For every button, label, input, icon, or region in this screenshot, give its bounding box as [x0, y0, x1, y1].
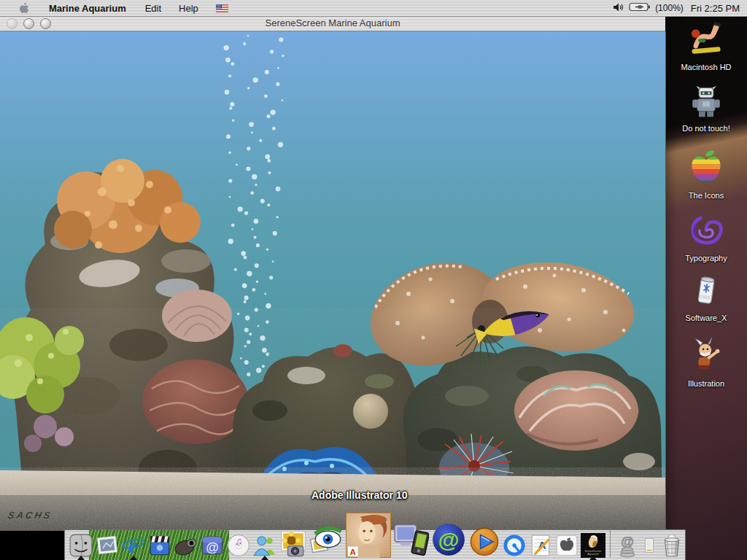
menu-app-name[interactable]: Marine Aquarium: [39, 0, 136, 16]
desktop-icon-label: Illustration: [665, 379, 747, 388]
svg-text:e: e: [128, 534, 138, 557]
desktop-icon-label: Macintosh HD: [665, 63, 747, 71]
svg-text:@: @: [621, 534, 634, 549]
svg-text:@: @: [206, 540, 219, 555]
running-indicator: [130, 556, 137, 560]
menu-clock[interactable]: Fri 2:25 PM: [688, 3, 740, 14]
desktop-icon-label: Software_X: [665, 314, 747, 322]
dock-item-mail[interactable]: [95, 533, 120, 558]
battery-menu-icon[interactable]: [629, 2, 651, 14]
dock-item-minimized-document[interactable]: [641, 533, 657, 558]
battery-percentage[interactable]: (100%): [655, 3, 684, 13]
desktop-icon-label: Do not touch!: [665, 124, 747, 133]
dock-tooltip: Adobe Illustrator 10: [311, 489, 407, 501]
aquarium-scene: SACHS: [0, 31, 665, 531]
aquarium-view: SACHS: [0, 31, 666, 531]
purple-swirl-icon: [687, 211, 725, 252]
desktop-icon-label: The Icons: [665, 191, 747, 200]
rainbow-apple-icon: [687, 149, 725, 190]
dock-item-finder[interactable]: [69, 533, 93, 558]
running-indicator: [589, 556, 597, 560]
dock-item-adobe-illustrator-10[interactable]: A: [346, 513, 391, 558]
menu-bar: Marine Aquarium Edit Help: [0, 0, 747, 17]
dock-item-apple-box-app[interactable]: [554, 533, 579, 558]
desktop-icon-typography[interactable]: Typography: [665, 211, 747, 262]
dock-item-msn-messenger[interactable]: [252, 533, 277, 558]
dock-item-quicktime-player[interactable]: [502, 533, 527, 558]
window-titlebar[interactable]: SereneScreen Marine Aquarium: [0, 16, 665, 31]
svg-text:♫: ♫: [235, 535, 242, 547]
svg-text:@: @: [438, 528, 460, 552]
pinup-girl-icon: [687, 20, 725, 61]
dock-item-at-sphere-app[interactable]: @: [430, 521, 467, 558]
svg-text:A: A: [349, 547, 356, 556]
dock-item-internet-explorer[interactable]: e: [121, 533, 146, 558]
input-menu-us-flag-icon[interactable]: [207, 0, 237, 16]
apple-menu-icon[interactable]: [10, 0, 39, 16]
menu-help[interactable]: Help: [170, 0, 207, 16]
dock-item-at-folder-app[interactable]: @: [200, 533, 225, 558]
running-indicator: [261, 556, 268, 560]
drink-can-icon: [688, 273, 724, 312]
desktop-icon-macintosh-hd[interactable]: Macintosh HD: [665, 20, 747, 71]
dock-item-at-spring-shortcut[interactable]: @: [615, 533, 640, 558]
dock-item-eye-viewer-app[interactable]: [309, 523, 344, 558]
dock-item-media-player[interactable]: [468, 526, 500, 558]
dock-item-appleworks[interactable]: A: [528, 533, 553, 558]
desktop-icon-do-not-touch[interactable]: Do not touch!: [665, 83, 747, 133]
desktop-wallpaper: Macintosh HD Do not touch!: [665, 16, 747, 560]
asterix-icon: [687, 337, 725, 378]
dock-item-trash[interactable]: [659, 532, 685, 558]
dock-item-palm-sync[interactable]: [392, 521, 429, 558]
desktop-icon-software-x[interactable]: Software_X: [665, 273, 747, 322]
desktop-icon-illustration[interactable]: Illustration: [665, 337, 747, 388]
dock: e @ ♫ A @: [64, 529, 686, 560]
dock-item-marine-aquarium[interactable]: SereneScreenAquarium: [581, 533, 605, 558]
dock-item-iphoto[interactable]: [279, 529, 308, 558]
dock-separator: [610, 529, 611, 558]
desktop: Marine Aquarium Edit Help: [0, 0, 747, 560]
desktop-icon-label: Typography: [665, 254, 747, 262]
artist-signature: SACHS: [7, 510, 53, 521]
menu-edit[interactable]: Edit: [136, 0, 170, 16]
dock-item-barrel-app[interactable]: [174, 533, 198, 558]
aquarium-window[interactable]: SereneScreen Marine Aquarium: [0, 16, 665, 531]
volume-menu-icon[interactable]: [613, 2, 624, 15]
robot-figure-icon: [688, 83, 724, 122]
dock-item-itunes[interactable]: ♫: [226, 533, 251, 558]
running-indicator: [77, 556, 85, 560]
desktop-icon-the-icons[interactable]: The Icons: [665, 149, 747, 200]
dock-item-imovie[interactable]: [147, 533, 172, 558]
window-title: SereneScreen Marine Aquarium: [0, 18, 665, 28]
